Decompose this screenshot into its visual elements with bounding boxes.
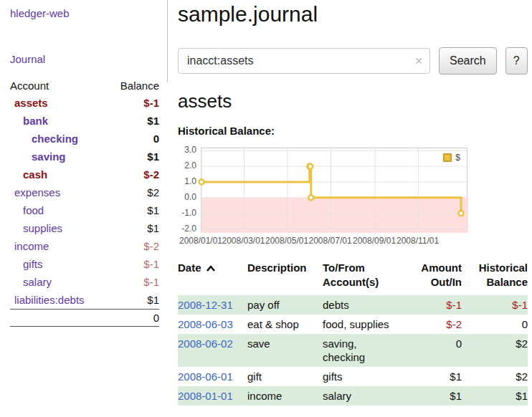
balance-chart: $ 3.02.01.00.0-1.0-2.02008/01/012008/03/…	[178, 146, 493, 248]
register-date-cell: 2008-12-31	[178, 295, 247, 315]
register-accounts-cell: saving, checking	[323, 334, 402, 367]
account-balance: $-1	[143, 255, 159, 273]
account-link-food[interactable]: food	[23, 201, 44, 219]
y-tick-label: -1.0	[178, 208, 196, 218]
account-link-bank[interactable]: bank	[23, 112, 48, 130]
y-tick-label: 2.0	[178, 160, 196, 171]
column-header-balance: Historical Balance	[462, 261, 528, 295]
chart-canvas	[201, 148, 468, 233]
account-row: cash$-2	[10, 166, 159, 183]
legend-swatch-icon	[443, 153, 452, 162]
accounts-header-account: Account	[10, 78, 49, 94]
help-button[interactable]: ?	[505, 47, 528, 75]
account-link-checking[interactable]: checking	[32, 130, 78, 148]
x-tick-label: 2008/03/01	[221, 236, 265, 246]
register-amount-cell: $-2	[402, 315, 462, 334]
account-row: income$-2	[10, 237, 159, 255]
account-balance: $-1	[143, 94, 159, 112]
register-amount-cell: $-1	[402, 295, 462, 315]
main-content: sample.journal ✕ Search ? assets Histori…	[178, 0, 531, 406]
account-link-liabilities-debts[interactable]: liabilities:debts	[14, 291, 85, 309]
register-balance-cell: $2	[462, 334, 528, 367]
account-link-expenses[interactable]: expenses	[14, 183, 60, 201]
y-tick-label: 0.0	[178, 192, 196, 202]
register-row: 2008-12-31pay offdebts$-1$-1	[178, 295, 528, 315]
account-row: assets$-1	[10, 94, 159, 112]
register-row: 2008-06-03eat & shopfood, supplies$-20	[178, 315, 528, 334]
account-row: saving$1	[10, 148, 159, 166]
register-row: 2008-01-01incomesalary$1$1	[178, 386, 528, 406]
sidebar: hledger-web Journal Account Balance asse…	[0, 0, 167, 327]
account-row: checking0	[10, 130, 159, 148]
account-link-saving[interactable]: saving	[32, 148, 66, 166]
register-date-cell: 2008-06-01	[178, 367, 247, 386]
chart-legend: $	[441, 152, 462, 163]
x-tick-label: 2008/07/01	[308, 236, 353, 246]
account-link-gifts[interactable]: gifts	[23, 255, 43, 273]
date-link[interactable]: 2008-06-02	[178, 337, 233, 350]
register-description-cell: pay off	[247, 295, 323, 315]
chart-plot-area: $	[201, 148, 467, 232]
column-header-date[interactable]: Date	[178, 261, 247, 295]
app-title-link[interactable]: hledger-web	[10, 7, 70, 19]
accounts-total: 0	[10, 309, 159, 327]
account-row: supplies$1	[10, 219, 159, 237]
chart-title: Historical Balance:	[178, 125, 531, 138]
account-row: food$1	[10, 201, 159, 219]
search-button[interactable]: Search	[439, 47, 497, 75]
register-description-cell: income	[247, 386, 323, 406]
register-body: 2008-12-31pay offdebts$-1$-12008-06-03ea…	[178, 295, 528, 406]
account-heading: assets	[178, 90, 531, 112]
account-balance: 0	[153, 130, 159, 148]
y-tick-label: 3.0	[178, 145, 196, 155]
clear-search-icon[interactable]: ✕	[414, 55, 423, 67]
search-input[interactable]	[178, 48, 430, 74]
date-link[interactable]: 2008-06-01	[178, 370, 233, 383]
date-link[interactable]: 2008-06-03	[178, 318, 233, 330]
account-link-income[interactable]: income	[14, 237, 49, 255]
page-title: sample.journal	[178, 1, 531, 27]
accounts-header: Account Balance	[10, 78, 159, 94]
account-link-salary[interactable]: salary	[23, 273, 52, 291]
register-balance-cell: $1	[462, 386, 528, 406]
search-field-wrap: ✕	[178, 48, 430, 74]
x-tick-label: 2008/09/01	[352, 236, 396, 246]
sidebar-divider	[167, 0, 168, 82]
register-balance-cell: $-1	[462, 295, 528, 315]
legend-label: $	[455, 153, 460, 163]
register-accounts-cell: gifts	[323, 367, 402, 386]
account-row: expenses$2	[10, 183, 159, 201]
register-amount-cell: $1	[402, 367, 462, 386]
account-balance: $-2	[143, 237, 159, 255]
search-bar: ✕ Search ?	[178, 47, 531, 75]
account-link-assets[interactable]: assets	[14, 94, 48, 112]
account-balance: $-1	[143, 273, 159, 291]
sidebar-item-journal[interactable]: Journal	[10, 53, 159, 65]
column-header-description: Description	[247, 261, 323, 295]
account-tree: assets$-1bank$1checking0saving$1cash$-2e…	[10, 94, 159, 309]
register-accounts-cell: debts	[323, 295, 402, 315]
register-accounts-cell: food, supplies	[323, 315, 402, 334]
register-balance-cell: $2	[462, 367, 528, 386]
account-balance: $1	[147, 148, 159, 166]
account-link-supplies[interactable]: supplies	[23, 219, 62, 237]
account-link-cash[interactable]: cash	[23, 166, 47, 183]
register-balance-cell: 0	[462, 315, 528, 334]
y-tick-label: -2.0	[178, 224, 196, 234]
register-header-row: Date Description To/From Account(s) Amou…	[178, 261, 528, 295]
account-balance: $1	[147, 112, 159, 130]
account-row: bank$1	[10, 112, 159, 130]
sort-ascending-icon	[206, 265, 216, 272]
date-header-label: Date	[178, 262, 201, 274]
x-tick-label: 2008/01/01	[179, 236, 223, 246]
account-row: gifts$-1	[10, 255, 159, 273]
account-row: liabilities:debts$1	[10, 291, 159, 309]
account-balance: $1	[147, 291, 159, 309]
register-date-cell: 2008-06-03	[178, 315, 247, 334]
register-amount-cell: $1	[402, 386, 462, 406]
date-link[interactable]: 2008-01-01	[178, 390, 233, 402]
register-accounts-cell: salary	[323, 386, 402, 406]
register-description-cell: gift	[247, 367, 323, 386]
date-link[interactable]: 2008-12-31	[178, 299, 233, 311]
x-tick-label: 2008/05/01	[265, 236, 309, 246]
